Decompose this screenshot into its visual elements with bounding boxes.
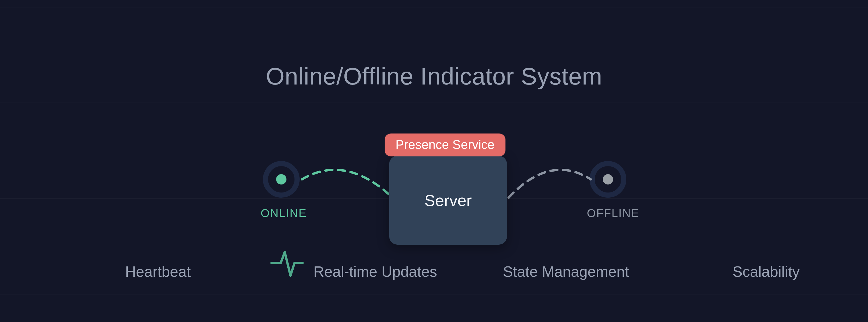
server-node: Server xyxy=(389,156,507,245)
diagram-title: Online/Offline Indicator System xyxy=(0,63,868,90)
offline-label: OFFLINE xyxy=(584,207,642,220)
status-dot-icon xyxy=(276,174,286,184)
server-label: Server xyxy=(425,191,472,210)
badge-label: Presence Service xyxy=(396,138,495,151)
presence-service-badge: Presence Service xyxy=(384,134,505,156)
footer-realtime: Real-time Updates xyxy=(313,263,437,280)
offline-indicator xyxy=(590,161,626,198)
grid-line xyxy=(0,103,868,103)
connection-arc-offline xyxy=(507,160,593,201)
status-dot-icon xyxy=(603,174,613,184)
online-label: ONLINE xyxy=(260,207,307,220)
diagram-stage: Online/Offline Indicator System ONLINE O… xyxy=(0,0,868,322)
footer-state: State Management xyxy=(503,263,629,280)
heartbeat-icon xyxy=(270,246,304,280)
connection-arc-online xyxy=(300,160,395,201)
grid-line xyxy=(0,294,868,294)
grid-line xyxy=(0,7,868,7)
footer-heartbeat: Heartbeat xyxy=(125,263,191,280)
online-indicator xyxy=(263,161,300,198)
footer-scalability: Scalability xyxy=(733,263,800,280)
